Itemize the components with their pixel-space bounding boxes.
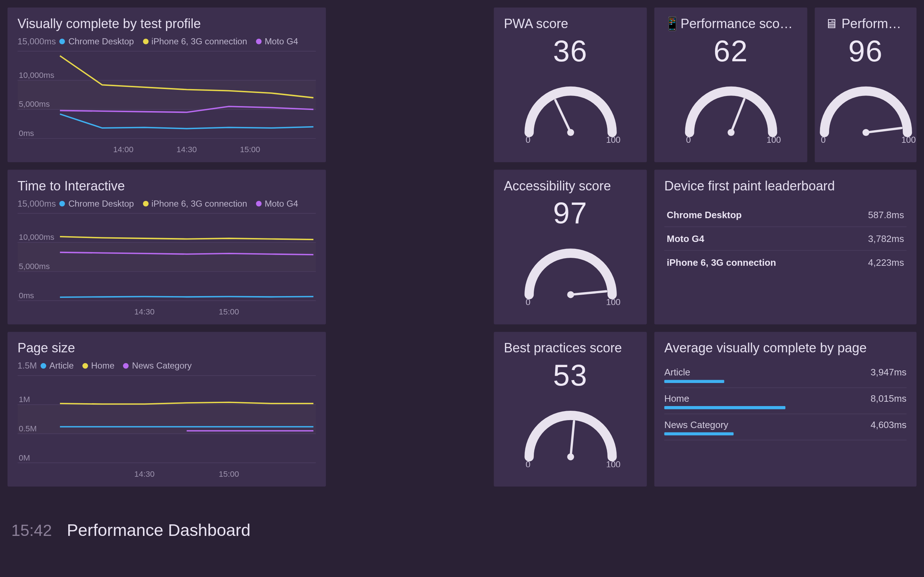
svg-text:0M: 0M — [19, 453, 30, 462]
bar-name: News Category — [664, 419, 728, 429]
svg-line-50 — [570, 421, 573, 457]
card-title: Time to Interactive — [17, 179, 316, 193]
bar-value: 3,947ms — [871, 367, 907, 377]
svg-text:10,000ms: 10,000ms — [19, 71, 55, 80]
svg-line-46 — [570, 292, 606, 295]
leaderboard-name: Chrome Desktop — [667, 210, 742, 220]
legend-item: iPhone 6, 3G connection — [142, 198, 247, 208]
svg-line-38 — [731, 99, 744, 132]
card-title: Device first paint leaderboard — [664, 179, 906, 193]
footer-title: Performance Dashboard — [67, 521, 250, 540]
legend-label: Moto G4 — [265, 198, 298, 208]
legend-label: iPhone 6, 3G connection — [152, 198, 247, 208]
svg-text:14:30: 14:30 — [134, 469, 155, 479]
legend-label: Chrome Desktop — [68, 198, 134, 208]
chart-legend: 15,000msChrome DesktopiPhone 6, 3G conne… — [17, 36, 316, 46]
chart-plot-area: 10,000ms5,000ms0ms14:0014:3015:00 — [17, 50, 316, 156]
bar-fill — [664, 432, 734, 436]
legend-label: Moto G4 — [265, 36, 298, 46]
line-chart-card: Page size1.5MArticleHomeNews Category1M0… — [8, 332, 326, 487]
legend-label: Article — [50, 361, 74, 371]
legend-item: Home — [82, 361, 115, 371]
legend-dot-icon — [82, 363, 88, 369]
card-title: Average visually complete by page — [664, 340, 906, 356]
legend-label: Chrome Desktop — [68, 36, 134, 46]
legend-item: Moto G4 — [256, 36, 298, 46]
gauge-card: Accessibility score970100 — [494, 169, 647, 324]
gauge: 620100 — [664, 36, 797, 156]
leaderboard-row: iPhone 6, 3G connection4,223ms — [664, 251, 906, 274]
svg-text:14:30: 14:30 — [134, 307, 155, 316]
bar-name: Home — [664, 393, 689, 403]
leaderboard-row: Moto G43,782ms — [664, 227, 906, 251]
gauge-card: 📱Performance sco…620100 — [654, 8, 808, 162]
leaderboard-row: Chrome Desktop587.8ms — [664, 203, 906, 227]
svg-point-35 — [567, 129, 574, 136]
gauge: 530100 — [504, 361, 637, 480]
svg-rect-12 — [17, 242, 316, 272]
legend-item: Moto G4 — [256, 198, 298, 208]
svg-text:0ms: 0ms — [19, 291, 34, 300]
leaderboard-value: 587.8ms — [868, 210, 904, 220]
leaderboard-value: 4,223ms — [868, 257, 904, 268]
legend-dot-icon — [142, 200, 149, 206]
legend-dot-icon — [41, 363, 47, 369]
footer-time: 15:42 — [11, 521, 52, 540]
chart-legend: 15,000msChrome DesktopiPhone 6, 3G conne… — [17, 198, 316, 208]
svg-text:5,000ms: 5,000ms — [19, 262, 50, 271]
legend-dot-icon — [142, 38, 149, 44]
leaderboard-name: Moto G4 — [667, 233, 704, 244]
bar-fill — [664, 406, 785, 409]
svg-text:15:00: 15:00 — [219, 307, 239, 316]
card-title: Accessibility score — [504, 179, 637, 193]
gauge-card: Best practices score530100 — [494, 332, 647, 487]
barlist: Article3,947msHome8,015msNews Category4,… — [664, 367, 906, 480]
chart-plot-area: 1M0.5M0M14:3015:00 — [17, 374, 316, 480]
svg-line-34 — [555, 100, 570, 133]
svg-text:14:30: 14:30 — [176, 145, 197, 154]
legend-dot-icon — [256, 200, 262, 206]
barlist-card: Average visually complete by pageArticle… — [654, 332, 916, 487]
legend-dot-icon — [60, 200, 65, 206]
svg-text:0: 0 — [686, 135, 690, 143]
svg-text:0: 0 — [525, 459, 530, 467]
leaderboard-value: 3,782ms — [868, 233, 904, 244]
bar-item: Article3,947ms — [664, 367, 906, 383]
line-chart-card: Visually complete by test profile15,000m… — [8, 8, 326, 162]
card-title: PWA score — [504, 16, 637, 31]
svg-text:100: 100 — [766, 135, 781, 143]
svg-point-39 — [727, 129, 734, 136]
legend-item: Chrome Desktop — [60, 36, 134, 46]
svg-text:100: 100 — [606, 459, 620, 467]
svg-point-47 — [567, 292, 574, 298]
legend-dot-icon — [256, 38, 262, 44]
chart-legend: 1.5MArticleHomeNews Category — [17, 361, 316, 371]
footer: 15:42 Performance Dashboard — [0, 511, 924, 549]
legend-label: News Category — [132, 361, 192, 371]
legend-label: Home — [91, 361, 115, 371]
card-title: Best practices score — [504, 340, 637, 356]
y-axis-label: 15,000ms — [17, 198, 56, 208]
legend-dot-icon — [60, 38, 65, 44]
gauge-value: 36 — [553, 34, 588, 68]
chart-plot-area: 10,000ms5,000ms0ms14:3015:00 — [17, 212, 316, 318]
y-axis-label: 1.5M — [17, 361, 37, 371]
gauge-value: 97 — [553, 196, 588, 230]
bar-item: Home8,015ms — [664, 393, 906, 409]
card-title: Page size — [17, 340, 316, 356]
leaderboard-card: Device first paint leaderboardChrome Des… — [654, 169, 916, 324]
svg-rect-0 — [17, 81, 316, 110]
legend-item: News Category — [123, 361, 192, 371]
svg-text:100: 100 — [606, 135, 620, 143]
line-chart-card: Time to Interactive15,000msChrome Deskto… — [8, 169, 326, 324]
y-axis-label: 15,000ms — [17, 36, 56, 46]
bar-name: Article — [664, 367, 690, 377]
bar-value: 4,603ms — [871, 419, 907, 429]
gauge-card: PWA score360100 — [494, 8, 647, 162]
svg-point-51 — [567, 453, 574, 460]
bar-item: News Category4,603ms — [664, 419, 906, 435]
card-title: 📱Performance sco… — [664, 16, 797, 31]
svg-text:0ms: 0ms — [19, 129, 34, 138]
card-title: Visually complete by test profile — [17, 16, 316, 31]
svg-text:5,000ms: 5,000ms — [19, 100, 50, 108]
